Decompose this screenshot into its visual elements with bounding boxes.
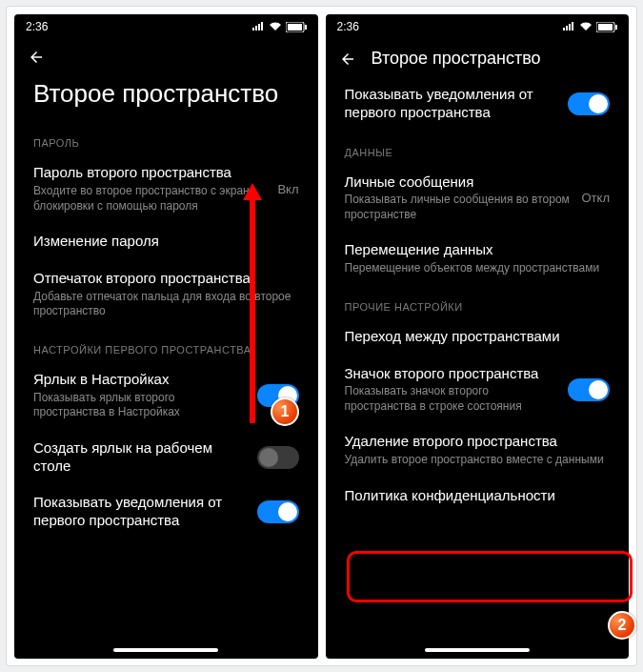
toggle-desktop-shortcut[interactable] [257,446,299,469]
svg-rect-2 [305,25,307,30]
row-switch-spaces[interactable]: Переход между пространствами [326,318,630,356]
back-icon[interactable] [28,49,45,66]
toggle-show-notifications-right[interactable] [568,92,610,115]
tutorial-frame: 2:36 Второе пространство ПАРОЛЬ Пароль в… [6,6,637,666]
section-other: ПРОЧИЕ НАСТРОЙКИ [326,286,630,318]
status-time: 2:36 [337,20,359,33]
row-desktop-shortcut[interactable]: Создать ярлык на рабочем столе [14,430,318,485]
row-show-notifications-left[interactable]: Показывать уведомления от первого простр… [14,484,318,540]
row-privacy-policy[interactable]: Политика конфиденциальности [326,478,630,515]
nav-bar[interactable] [326,645,630,659]
status-time: 2:36 [26,20,48,33]
svg-rect-5 [615,25,617,30]
row-show-notifications-right[interactable]: Показывать уведомления от первого простр… [326,76,630,132]
wifi-icon [579,22,593,31]
toggle-shortcut-settings[interactable] [257,384,299,407]
wifi-icon [269,22,282,31]
page-title-inline: Второе пространство [372,49,541,69]
phone-left: 2:36 Второе пространство ПАРОЛЬ Пароль в… [14,14,318,659]
phone-right: 2:36 Второе пространство Показывать увед… [326,14,630,659]
signal-icon [251,22,265,31]
status-bar: 2:36 [14,14,318,39]
row-move-data[interactable]: Перемещение данных Перемещение объектов … [326,232,630,285]
settings-list[interactable]: ПАРОЛЬ Пароль второго пространства Входи… [14,122,318,645]
toggle-show-notifications-left[interactable] [257,500,299,523]
row-change-password[interactable]: Изменение пароля [14,223,318,260]
svg-rect-4 [598,24,613,31]
section-first-space: НАСТРОЙКИ ПЕРВОГО ПРОСТРАНСТВА [14,329,318,361]
nav-pill [113,648,218,652]
row-second-space-icon[interactable]: Значок второго пространства Показывать з… [326,356,630,424]
page-title: Второе пространство [14,73,318,122]
row-delete-second-space[interactable]: Удаление второго пространства Удалить вт… [326,423,630,477]
section-password: ПАРОЛЬ [14,122,318,154]
svg-rect-1 [288,24,302,31]
signal-icon [562,22,575,31]
row-fingerprint[interactable]: Отпечаток второго пространства Добавьте … [14,260,318,329]
top-bar: Второе пространство [326,39,630,76]
nav-bar[interactable] [14,645,318,659]
section-data: ДАННЫЕ [326,132,630,164]
status-bar: 2:36 [326,14,630,39]
row-private-messages[interactable]: Личные сообщения Показывать личные сообщ… [326,164,630,233]
back-icon[interactable] [339,51,356,68]
row-second-space-password[interactable]: Пароль второго пространства Входите во в… [14,154,318,223]
status-icons [562,22,617,32]
battery-icon [286,22,307,32]
nav-pill [425,648,530,652]
status-icons [251,22,307,32]
toggle-second-space-icon[interactable] [568,378,610,401]
row-shortcut-settings[interactable]: Ярлык в Настройках Показывать ярлык втор… [14,361,318,430]
settings-list[interactable]: Показывать уведомления от первого простр… [326,76,630,645]
battery-icon [596,22,617,32]
top-bar [14,39,318,73]
